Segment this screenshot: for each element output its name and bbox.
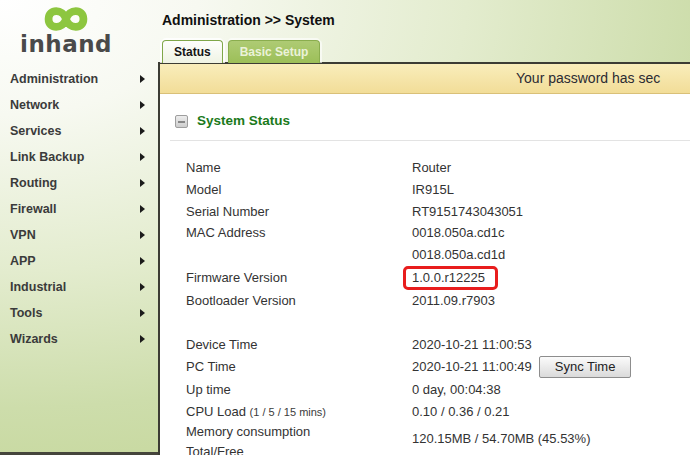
- breadcrumb: Administration >> System: [162, 12, 335, 28]
- row-value: 1.0.0.r12225: [412, 266, 498, 290]
- arrow-right-icon: [140, 231, 145, 239]
- sidebar-item-tools[interactable]: Tools: [0, 300, 158, 326]
- sidebar-item-services[interactable]: Services: [0, 118, 158, 144]
- inhand-logo: inhand: [14, 3, 118, 57]
- sidebar-item-label: Network: [10, 98, 59, 112]
- sidebar-item-label: Administration: [10, 72, 98, 86]
- row-value: 0 day, 00:04:38: [412, 382, 501, 397]
- firmware-version-value: 1.0.0.r12225: [412, 270, 485, 285]
- row-value: 0.10 / 0.36 / 0.21: [412, 404, 510, 419]
- table-row-mac-address: MAC Address 0018.050a.cd1c 0018.050a.cd1…: [186, 222, 690, 266]
- table-row-serial-number: Serial Number RT9151743043051: [186, 200, 690, 222]
- sidebar-item-app[interactable]: APP: [0, 248, 158, 274]
- arrow-right-icon: [140, 153, 145, 161]
- memory-label-line1: Memory consumption: [186, 422, 412, 442]
- row-label: Device Time: [186, 337, 412, 352]
- arrow-right-icon: [140, 127, 145, 135]
- sidebar-item-firewall[interactable]: Firewall: [0, 196, 158, 222]
- minus-icon: [178, 121, 185, 123]
- row-value: 2011.09.r7903: [412, 293, 495, 308]
- arrow-right-icon: [140, 309, 145, 317]
- sidebar-nav: Administration Network Services Link Bac…: [0, 66, 158, 352]
- row-label: Up time: [186, 382, 412, 397]
- sidebar-item-routing[interactable]: Routing: [0, 170, 158, 196]
- router-admin-page: inhand Administration Network Services L…: [0, 0, 690, 455]
- sidebar-item-administration[interactable]: Administration: [0, 66, 158, 92]
- sidebar-item-label: Services: [10, 124, 61, 138]
- arrow-right-icon: [140, 101, 145, 109]
- row-value: Router: [412, 160, 451, 175]
- sidebar-item-label: APP: [10, 254, 36, 268]
- cpu-load-label: CPU Load: [186, 404, 246, 419]
- tab-bar: Status Basic Setup: [162, 40, 320, 63]
- row-label: Bootloader Version: [186, 293, 412, 308]
- sidebar-item-vpn[interactable]: VPN: [0, 222, 158, 248]
- sidebar-item-network[interactable]: Network: [0, 92, 158, 118]
- row-value: 120.15MB / 54.70MB (45.53%): [412, 431, 591, 446]
- table-row-pc-time: PC Time 2020-10-21 11:00:49 Sync Time: [186, 355, 690, 378]
- row-value: 2020-10-21 11:00:53: [412, 337, 532, 352]
- row-label: Memory consumption Total/Free: [186, 422, 412, 455]
- table-row-up-time: Up time 0 day, 00:04:38: [186, 378, 690, 400]
- mac-address-2: 0018.050a.cd1d: [412, 244, 505, 266]
- sidebar-item-label: Wizards: [10, 332, 58, 346]
- sidebar-item-wizards[interactable]: Wizards: [0, 326, 158, 352]
- row-label: MAC Address: [186, 222, 412, 244]
- table-row-device-time: Device Time 2020-10-21 11:00:53: [186, 333, 690, 355]
- sidebar-item-label: Firewall: [10, 202, 57, 216]
- password-warning-banner: Your password has sec: [160, 64, 690, 94]
- cpu-load-label-suffix: (1 / 5 / 15 mins): [250, 406, 326, 418]
- row-label: Model: [186, 182, 412, 197]
- system-status-table: Name Router Model IR915L Serial Number R…: [186, 156, 690, 455]
- sidebar-item-label: Routing: [10, 176, 57, 190]
- arrow-right-icon: [140, 75, 145, 83]
- mac-address-1: 0018.050a.cd1c: [412, 222, 505, 244]
- row-value: IR915L: [412, 182, 454, 197]
- sidebar-item-label: Link Backup: [10, 150, 84, 164]
- section-title: System Status: [197, 113, 290, 128]
- arrow-right-icon: [140, 179, 145, 187]
- sidebar-item-label: Industrial: [10, 280, 66, 294]
- row-label: Firmware Version: [186, 270, 412, 285]
- sidebar-item-label: Tools: [10, 306, 42, 320]
- table-row-name: Name Router: [186, 156, 690, 178]
- collapse-section-button[interactable]: [175, 115, 188, 128]
- row-spacer: [186, 311, 690, 333]
- sidebar-item-link-backup[interactable]: Link Backup: [0, 144, 158, 170]
- tab-basic-setup[interactable]: Basic Setup: [228, 40, 321, 63]
- table-row-model: Model IR915L: [186, 178, 690, 200]
- arrow-right-icon: [140, 283, 145, 291]
- row-value: 0018.050a.cd1c 0018.050a.cd1d: [412, 222, 505, 266]
- row-value: RT9151743043051: [412, 204, 523, 219]
- sidebar-item-industrial[interactable]: Industrial: [0, 274, 158, 300]
- sidebar-item-label: VPN: [10, 228, 36, 242]
- row-value: 2020-10-21 11:00:49: [412, 359, 532, 374]
- memory-label-line2: Total/Free: [186, 442, 412, 455]
- logo-text: inhand: [14, 31, 118, 57]
- table-row-bootloader-version: Bootloader Version 2011.09.r7903: [186, 289, 690, 311]
- arrow-right-icon: [140, 335, 145, 343]
- row-label: CPU Load (1 / 5 / 15 mins): [186, 404, 412, 419]
- row-label: Name: [186, 160, 412, 175]
- table-row-cpu-load: CPU Load (1 / 5 / 15 mins) 0.10 / 0.36 /…: [186, 400, 690, 422]
- arrow-right-icon: [140, 257, 145, 265]
- tab-status[interactable]: Status: [162, 40, 223, 63]
- row-label: Serial Number: [186, 204, 412, 219]
- highlight-box: 1.0.0.r12225: [403, 266, 498, 290]
- section-divider: [170, 140, 690, 141]
- table-row-firmware-version: Firmware Version 1.0.0.r12225: [186, 266, 690, 289]
- arrow-right-icon: [140, 205, 145, 213]
- sync-time-button[interactable]: Sync Time: [539, 356, 632, 378]
- main-panel: Your password has sec System Status Name…: [158, 62, 690, 455]
- banner-message: Your password has sec: [516, 70, 660, 86]
- table-row-memory-consumption: Memory consumption Total/Free 120.15MB /…: [186, 422, 690, 455]
- row-label: PC Time: [186, 359, 412, 374]
